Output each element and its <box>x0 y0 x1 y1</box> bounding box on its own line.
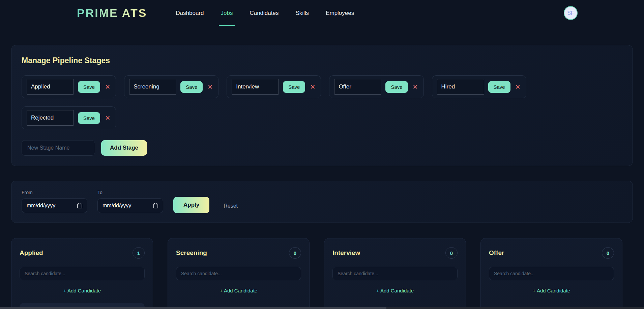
stage-chip-interview: Save ✕ <box>227 75 321 98</box>
nav-item-candidates[interactable]: Candidates <box>250 0 279 26</box>
column-title: Offer <box>489 249 504 257</box>
main-content: Manage Pipeline Stages Save ✕ Save ✕ Sav… <box>0 45 644 309</box>
column-title: Screening <box>176 249 207 257</box>
stage-name-input[interactable] <box>334 79 381 95</box>
remove-stage-icon[interactable]: ✕ <box>515 84 521 90</box>
avatar[interactable]: SF <box>564 6 578 20</box>
stage-chip-screening: Save ✕ <box>124 75 218 98</box>
column-title: Applied <box>20 249 43 257</box>
stage-name-input[interactable] <box>27 110 74 126</box>
stage-name-input[interactable] <box>27 79 74 95</box>
nav-item-dashboard[interactable]: Dashboard <box>176 0 204 26</box>
board-column-interview: Interview 0 + Add Candidate <box>324 238 466 309</box>
stage-name-input[interactable] <box>129 79 176 95</box>
nav-item-skills[interactable]: Skills <box>295 0 309 26</box>
stage-chip-hired: Save ✕ <box>432 75 526 98</box>
remove-stage-icon[interactable]: ✕ <box>309 84 316 90</box>
column-title: Interview <box>332 249 360 257</box>
top-navbar: PRIME ATS Dashboard Jobs Candidates Skil… <box>0 0 644 26</box>
stage-chip-offer: Save ✕ <box>329 75 423 98</box>
add-candidate-link[interactable]: + Add Candidate <box>489 288 614 293</box>
add-stage-button[interactable]: Add Stage <box>101 140 147 156</box>
column-header: Offer 0 <box>489 247 614 259</box>
save-stage-button[interactable]: Save <box>78 81 100 93</box>
board-column-applied: Applied 1 + Add Candidate Avishka Udayan… <box>11 238 153 309</box>
nav-item-employees[interactable]: Employees <box>326 0 354 26</box>
column-header: Interview 0 <box>332 247 458 259</box>
board-column-screening: Screening 0 + Add Candidate <box>168 238 310 309</box>
stage-chip-applied: Save ✕ <box>22 75 116 98</box>
column-header: Screening 0 <box>176 247 301 259</box>
reset-link[interactable]: Reset <box>224 203 238 213</box>
add-stage-row: Add Stage <box>22 140 622 156</box>
stage-row: Save ✕ Save ✕ Save ✕ Save ✕ Save ✕ <box>22 75 622 129</box>
remove-stage-icon[interactable]: ✕ <box>412 84 419 90</box>
save-stage-button[interactable]: Save <box>283 81 305 93</box>
remove-stage-icon[interactable]: ✕ <box>104 84 111 90</box>
save-stage-button[interactable]: Save <box>488 81 510 93</box>
save-stage-button[interactable]: Save <box>180 81 203 93</box>
save-stage-button[interactable]: Save <box>78 112 100 124</box>
from-field-group: From mm/dd/yyyy <box>22 190 87 213</box>
candidate-count-badge: 0 <box>445 247 458 259</box>
scrollbar-thumb[interactable] <box>0 307 386 309</box>
board-column-offer: Offer 0 + Add Candidate <box>480 238 622 309</box>
brand-logo: PRIME ATS <box>77 6 147 20</box>
horizontal-scrollbar[interactable] <box>0 307 644 309</box>
search-candidate-input[interactable] <box>489 267 614 280</box>
apply-button[interactable]: Apply <box>173 197 209 213</box>
stage-chip-rejected: Save ✕ <box>22 106 116 129</box>
save-stage-button[interactable]: Save <box>385 81 408 93</box>
pipeline-board: Applied 1 + Add Candidate Avishka Udayan… <box>11 238 633 309</box>
to-label: To <box>97 190 163 195</box>
date-filter-panel: From mm/dd/yyyy To mm/dd/yyyy <box>11 181 633 223</box>
to-field-group: To mm/dd/yyyy <box>97 190 163 213</box>
nav-links: Dashboard Jobs Candidates Skills Employe… <box>176 0 354 26</box>
from-date-input[interactable]: mm/dd/yyyy <box>22 198 87 213</box>
search-candidate-input[interactable] <box>332 267 458 280</box>
column-header: Applied 1 <box>20 247 145 259</box>
stage-name-input[interactable] <box>437 79 484 95</box>
remove-stage-icon[interactable]: ✕ <box>104 115 111 121</box>
calendar-icon <box>77 203 82 208</box>
calendar-icon <box>153 203 158 208</box>
from-label: From <box>22 190 87 195</box>
candidate-count-badge: 0 <box>602 247 614 259</box>
new-stage-input[interactable] <box>22 140 95 156</box>
search-candidate-input[interactable] <box>176 267 301 280</box>
stage-name-input[interactable] <box>232 79 279 95</box>
from-date-value: mm/dd/yyyy <box>27 203 55 209</box>
remove-stage-icon[interactable]: ✕ <box>207 84 213 90</box>
search-candidate-input[interactable] <box>20 267 145 280</box>
candidate-count-badge: 0 <box>289 247 301 259</box>
add-candidate-link[interactable]: + Add Candidate <box>20 288 145 293</box>
add-candidate-link[interactable]: + Add Candidate <box>332 288 458 293</box>
pipeline-panel-title: Manage Pipeline Stages <box>22 56 622 65</box>
to-date-input[interactable]: mm/dd/yyyy <box>97 198 163 213</box>
add-candidate-link[interactable]: + Add Candidate <box>176 288 301 293</box>
candidate-count-badge: 1 <box>133 247 145 259</box>
nav-item-jobs[interactable]: Jobs <box>221 0 233 26</box>
to-date-value: mm/dd/yyyy <box>103 203 131 209</box>
pipeline-stages-panel: Manage Pipeline Stages Save ✕ Save ✕ Sav… <box>11 45 633 166</box>
